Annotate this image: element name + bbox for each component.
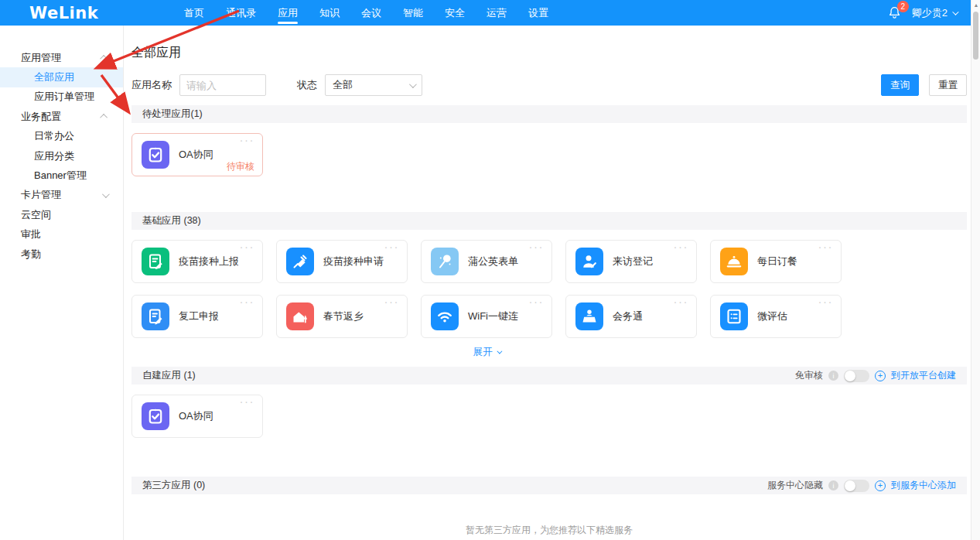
chevron-down-icon <box>409 80 417 88</box>
free-audit-toggle[interactable] <box>844 370 869 382</box>
vertical-scrollbar[interactable]: ▲ <box>971 0 980 540</box>
basic-section-header: 基础应用 (38) <box>131 212 967 230</box>
top-nav-item[interactable]: 知识 <box>309 0 350 26</box>
vaccine-report-icon <box>142 248 169 275</box>
app-card[interactable]: 微评估 <box>710 295 842 338</box>
basic-app-list: 疫苗接种上报 疫苗接种申请 蒲公英表单 来访登记 每日订餐 <box>131 240 967 338</box>
info-icon: i <box>828 371 838 381</box>
top-bar: WeLink 首页 通讯录 应用 知识 会议 智能 安全 运营 设置 2 卿少贵… <box>0 0 971 26</box>
sidebar-item[interactable]: 应用订单管理 <box>0 87 123 107</box>
topbar-right: 2 卿少贵2 <box>887 5 957 21</box>
third-empty-text: 暂无第三方应用，为您推荐以下精选服务 <box>131 524 967 537</box>
service-center-add-link[interactable]: 到服务中心添加 <box>891 479 956 492</box>
top-nav-item[interactable]: 首页 <box>173 0 215 26</box>
plus-circle-icon: + <box>875 371 886 381</box>
status-select[interactable]: 全部 <box>325 74 422 96</box>
main-content: 全部应用 应用名称 状态 全部 查询 重置 待处理应用(1) <box>124 26 980 540</box>
status-select-value: 全部 <box>333 78 353 92</box>
app-name-label: 应用名称 <box>131 78 172 92</box>
chevron-down-icon <box>102 190 110 198</box>
third-section-title: 第三方应用 (0) <box>142 479 205 492</box>
third-section-header: 第三方应用 (0) 服务中心隐藏 i + 到服务中心添加 <box>131 477 967 494</box>
app-card[interactable]: 每日订餐 <box>710 240 842 283</box>
app-card[interactable]: WiFi一键连 <box>421 295 552 338</box>
plus-circle-icon: + <box>875 480 886 491</box>
evaluation-icon <box>720 302 748 330</box>
syringe-icon <box>286 248 314 275</box>
visitor-icon <box>575 248 603 275</box>
top-nav-item[interactable]: 运营 <box>476 0 517 26</box>
chevron-up-icon <box>100 55 108 63</box>
chevron-down-icon <box>952 9 958 15</box>
pending-section-header: 待处理应用(1) <box>131 105 967 123</box>
more-options-icon[interactable] <box>674 296 689 307</box>
sidebar: 应用管理 全部应用 应用订单管理 业务配置 日常办公 应用分类 Banner管理… <box>0 26 124 540</box>
selfbuilt-app-list: OA协同 <box>131 395 967 438</box>
app-name-input[interactable] <box>179 74 266 96</box>
sidebar-item[interactable]: 卡片管理 <box>0 186 123 205</box>
page-title: 全部应用 <box>131 45 967 61</box>
home-return-icon <box>286 302 314 330</box>
search-button[interactable]: 查询 <box>881 74 919 96</box>
user-name: 卿少贵2 <box>912 6 948 20</box>
more-options-icon[interactable] <box>240 241 255 252</box>
notification-badge: 2 <box>897 1 909 12</box>
more-options-icon[interactable] <box>240 396 255 407</box>
app-card[interactable]: 疫苗接种申请 <box>276 240 408 283</box>
wifi-icon <box>431 302 459 330</box>
sidebar-item[interactable]: 云空间 <box>0 205 123 224</box>
top-nav-item[interactable]: 应用 <box>267 0 309 26</box>
app-card[interactable]: 来访登记 <box>565 240 697 283</box>
chevron-down-icon <box>497 349 502 354</box>
clipboard-check-icon <box>142 141 169 169</box>
top-nav-item[interactable]: 智能 <box>392 0 434 26</box>
app-card[interactable]: OA协同 待审核 <box>131 133 263 176</box>
meal-icon <box>720 248 748 275</box>
scrollbar-thumb[interactable] <box>973 12 978 60</box>
pending-section-title: 待处理应用(1) <box>142 108 203 121</box>
sidebar-item[interactable]: 日常办公 <box>0 127 123 146</box>
notification-bell-icon[interactable]: 2 <box>887 5 903 21</box>
status-label: 状态 <box>297 78 317 92</box>
app-card[interactable]: OA协同 <box>131 395 263 438</box>
more-options-icon[interactable] <box>818 296 834 307</box>
app-card[interactable]: 复工申报 <box>131 295 263 338</box>
more-options-icon[interactable] <box>529 296 545 307</box>
clipboard-check-icon <box>142 402 169 430</box>
sidebar-item[interactable]: 应用分类 <box>0 146 123 166</box>
user-menu[interactable]: 卿少贵2 <box>912 6 957 20</box>
more-options-icon[interactable] <box>240 296 255 307</box>
sidebar-item[interactable]: 业务配置 <box>0 107 123 126</box>
status-badge: 待审核 <box>227 160 254 173</box>
sidebar-item[interactable]: 考勤 <box>0 244 123 264</box>
open-platform-create-link[interactable]: 到开放平台创建 <box>891 369 956 382</box>
top-nav-item[interactable]: 安全 <box>434 0 476 26</box>
top-nav-item[interactable]: 会议 <box>350 0 392 26</box>
expand-link[interactable]: 展开 <box>131 346 842 359</box>
more-options-icon[interactable] <box>240 135 255 145</box>
app-card[interactable]: 会务通 <box>565 295 697 338</box>
reset-button[interactable]: 重置 <box>929 74 967 96</box>
sidebar-item[interactable]: 审批 <box>0 225 123 244</box>
app-card[interactable]: 疫苗接种上报 <box>131 240 263 283</box>
chevron-up-icon <box>100 114 108 121</box>
basic-section-title: 基础应用 (38) <box>142 214 201 227</box>
top-nav-item[interactable]: 设置 <box>517 0 559 26</box>
more-options-icon[interactable] <box>818 241 834 252</box>
sidebar-item[interactable]: 应用管理 <box>0 48 123 67</box>
filter-bar: 应用名称 状态 全部 查询 重置 <box>131 74 967 96</box>
more-options-icon[interactable] <box>384 241 400 252</box>
service-center-hide-toggle[interactable] <box>844 480 869 492</box>
selfbuilt-section-title: 自建应用 (1) <box>142 369 196 382</box>
app-card[interactable]: 春节返乡 <box>276 295 408 338</box>
more-options-icon[interactable] <box>529 241 545 252</box>
top-nav-item[interactable]: 通讯录 <box>215 0 267 26</box>
more-options-icon[interactable] <box>674 241 689 252</box>
welink-admin-page: WeLink 首页 通讯录 应用 知识 会议 智能 安全 运营 设置 2 卿少贵… <box>0 0 980 540</box>
scrollbar-up-arrow[interactable]: ▲ <box>971 2 980 8</box>
sidebar-item[interactable]: 全部应用 <box>0 67 123 87</box>
app-card[interactable]: 蒲公英表单 <box>421 240 552 283</box>
more-options-icon[interactable] <box>384 296 400 307</box>
conference-icon <box>575 302 603 330</box>
sidebar-item[interactable]: Banner管理 <box>0 166 123 185</box>
